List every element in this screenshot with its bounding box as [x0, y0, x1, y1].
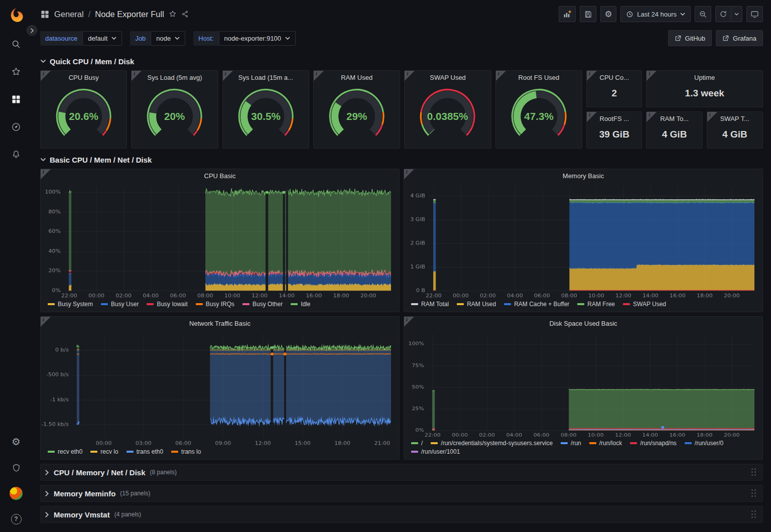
legend-item[interactable]: RAM Used: [457, 301, 496, 308]
legend-item[interactable]: recv eth0: [48, 448, 82, 455]
legend-label: SWAP Used: [633, 301, 666, 308]
help-button[interactable]: ?: [9, 512, 23, 526]
variable-value-dropdown[interactable]: node-exporter:9100: [219, 31, 296, 46]
add-panel-button[interactable]: [559, 6, 576, 22]
share-dashboard-button[interactable]: [181, 10, 189, 18]
legend-item[interactable]: Busy User: [101, 301, 139, 308]
cpu-basic-chart-canvas[interactable]: [42, 182, 396, 300]
variable-value-dropdown[interactable]: default: [82, 31, 122, 46]
panel-title[interactable]: Sys Load (5m avg): [132, 71, 217, 82]
info-icon[interactable]: i: [404, 317, 414, 327]
breadcrumb-dashboard-title[interactable]: Node Exporter Full: [95, 10, 164, 19]
row-drag-handle[interactable]: [751, 510, 756, 518]
info-icon[interactable]: i: [707, 112, 717, 122]
disk-space-plot[interactable]: [404, 328, 762, 439]
panel-title[interactable]: Root FS Used: [496, 71, 582, 82]
variable-value-dropdown[interactable]: node: [151, 31, 185, 46]
network-traffic-plot[interactable]: [41, 328, 399, 448]
memory-basic-plot[interactable]: [404, 181, 762, 300]
info-icon[interactable]: i: [41, 317, 51, 327]
search-button[interactable]: [9, 37, 23, 51]
info-icon[interactable]: i: [647, 112, 657, 122]
save-dashboard-button[interactable]: [580, 6, 596, 22]
info-icon[interactable]: i: [587, 71, 597, 81]
breadcrumb-section[interactable]: General: [54, 10, 84, 19]
legend-item[interactable]: RAM Free: [577, 301, 615, 308]
favorite-dashboard-button[interactable]: [169, 10, 177, 18]
legend-item[interactable]: /run/user/0: [685, 440, 723, 447]
panel-title[interactable]: Sys Load (15m a...: [223, 71, 309, 82]
collapsed-row-0[interactable]: CPU / Memory / Net / Disk(8 panels): [40, 464, 763, 481]
sidebar-expand-button[interactable]: [27, 25, 37, 36]
info-icon[interactable]: i: [496, 71, 506, 81]
zoom-out-icon: [699, 10, 707, 19]
memory-basic-chart-canvas[interactable]: [405, 182, 759, 300]
grafana-flame-icon: [8, 7, 24, 23]
dashboards-button[interactable]: [9, 92, 23, 106]
legend-item[interactable]: recv lo: [90, 448, 118, 455]
dashboard-toolbar: ⚙ Last 24 hours: [559, 6, 763, 22]
info-icon[interactable]: i: [41, 169, 51, 179]
info-icon[interactable]: i: [314, 71, 324, 81]
zoom-out-time-button[interactable]: [695, 6, 711, 22]
legend-item[interactable]: trans lo: [171, 448, 201, 455]
legend-item[interactable]: /run: [561, 440, 581, 447]
row-header-quick[interactable]: Quick CPU / Mem / Disk: [40, 52, 763, 70]
legend-item[interactable]: RAM Cache + Buffer: [504, 301, 569, 308]
user-avatar[interactable]: [10, 487, 23, 500]
legend-item[interactable]: /run/snapd/ns: [630, 440, 677, 447]
info-icon[interactable]: i: [132, 71, 142, 81]
info-icon[interactable]: i: [223, 71, 233, 81]
panel-title[interactable]: Disk Space Used Basic: [404, 317, 762, 328]
panel-title[interactable]: Memory Basic: [404, 169, 762, 181]
charts-row-2: i Network Traffic Basic recv eth0recv lo…: [40, 316, 763, 460]
chevron-down-icon: [111, 37, 116, 40]
panel-title[interactable]: CPU Busy: [41, 71, 126, 82]
legend-item[interactable]: Busy System: [48, 301, 93, 308]
starred-button[interactable]: [9, 65, 23, 79]
legend-item[interactable]: /run/user/1001: [411, 448, 460, 455]
legend-item[interactable]: RAM Total: [411, 301, 449, 308]
alerting-button[interactable]: [9, 148, 23, 162]
legend-item[interactable]: Busy Iowait: [147, 301, 187, 308]
row-drag-handle[interactable]: [751, 468, 756, 476]
dashboard-settings-button[interactable]: ⚙: [600, 6, 616, 22]
explore-button[interactable]: [9, 120, 23, 134]
dashboard-link-0[interactable]: GitHub: [668, 30, 712, 46]
server-admin-button[interactable]: [9, 461, 23, 475]
legend-item[interactable]: /run/lock: [589, 440, 622, 447]
legend-item[interactable]: /: [411, 440, 423, 447]
kiosk-mode-button[interactable]: [746, 6, 763, 22]
sidebar-main-nav: [9, 37, 23, 162]
info-icon[interactable]: i: [404, 169, 414, 179]
info-icon[interactable]: i: [587, 112, 597, 122]
collapsed-row-1[interactable]: Memory Meminfo(15 panels): [40, 485, 763, 502]
panel-title[interactable]: Uptime: [647, 71, 762, 82]
row-drag-handle[interactable]: [751, 489, 756, 497]
grafana-logo[interactable]: [8, 7, 24, 23]
configuration-button[interactable]: ⚙: [9, 435, 23, 449]
info-icon[interactable]: i: [647, 71, 657, 81]
share-icon: [181, 10, 189, 18]
info-icon[interactable]: i: [41, 71, 51, 81]
cpu-basic-plot[interactable]: [41, 181, 399, 300]
legend-item[interactable]: Busy IRQs: [196, 301, 234, 308]
info-icon[interactable]: i: [405, 71, 415, 81]
refresh-interval-dropdown[interactable]: [731, 6, 742, 22]
time-range-picker[interactable]: Last 24 hours: [620, 6, 691, 22]
panel-title[interactable]: CPU Basic: [41, 169, 399, 181]
legend-item[interactable]: Busy Other: [242, 301, 283, 308]
panel-title[interactable]: Network Traffic Basic: [41, 317, 399, 328]
dashboard-link-1[interactable]: Grafana: [716, 30, 763, 46]
panel-title[interactable]: SWAP Used: [405, 71, 490, 82]
legend-item[interactable]: Idle: [291, 301, 310, 308]
legend-item[interactable]: /run/credentials/systemd-sysusers.servic…: [431, 440, 553, 447]
legend-item[interactable]: trans eth0: [126, 448, 163, 455]
disk-space-chart-canvas[interactable]: [405, 329, 759, 439]
collapsed-row-2[interactable]: Memory Vmstat(4 panels): [40, 506, 763, 523]
row-header-basic[interactable]: Basic CPU / Mem / Net / Disk: [40, 151, 763, 169]
legend-item[interactable]: SWAP Used: [623, 301, 666, 308]
refresh-button[interactable]: [715, 6, 731, 22]
network-traffic-chart-canvas[interactable]: [42, 329, 396, 448]
panel-title[interactable]: RAM Used: [314, 71, 400, 82]
